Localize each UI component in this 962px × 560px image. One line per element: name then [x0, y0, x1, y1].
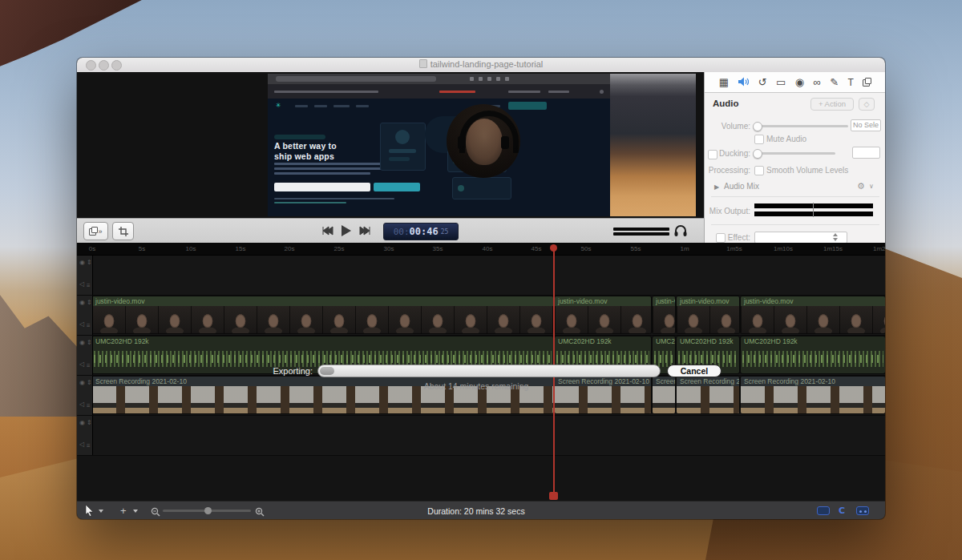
clip-label: Screen Recording 2021-02-10	[741, 377, 885, 386]
track-header-2[interactable]: ◉⇕◁≡	[77, 296, 93, 335]
speaker-icon[interactable]: ◁	[79, 361, 84, 368]
track-header-1[interactable]: ◉⇕◁≡	[77, 256, 93, 295]
ducking-field[interactable]	[852, 147, 880, 159]
track-updown-icon[interactable]: ⇕	[87, 300, 92, 306]
ruler-tick: 25s	[334, 245, 345, 252]
screen-capture-frame: ✳ A better way to ship web apps	[268, 74, 696, 216]
browser-icon	[496, 77, 500, 81]
ducking-slider-thumb[interactable]	[753, 149, 762, 159]
video-preview-canvas[interactable]: ✳ A better way to ship web apps	[77, 72, 704, 218]
video-clip[interactable]: justin-video.mov	[92, 296, 553, 333]
track-updown-icon[interactable]: ⇕	[87, 340, 92, 346]
video-clip[interactable]: justin-video.mov	[677, 296, 739, 333]
headphones-icon[interactable]	[673, 224, 688, 240]
zoom-out-button[interactable]	[151, 506, 160, 519]
clip-label: justin-video.mov	[92, 296, 553, 306]
screen-recording-clip[interactable]: Screen Recording 2021-02-10	[741, 377, 885, 413]
inspector-tab-bar: ▦ ↺ ▭ ◉ ∞ ✎ T	[705, 72, 885, 93]
track-updown-icon[interactable]: ⇕	[87, 380, 92, 386]
audio-clip[interactable]: UMC202HD 192k	[741, 336, 885, 373]
pointer-tool-button[interactable]	[85, 505, 94, 519]
screen-recording-clip[interactable]: Screen Recording 2021-02-10	[653, 377, 675, 413]
zoom-in-button[interactable]	[255, 506, 265, 519]
next-icon	[358, 225, 371, 236]
ruler-tick: 1m5s	[726, 245, 742, 252]
track-options-icon[interactable]: ≡	[87, 283, 91, 289]
play-button[interactable]	[341, 224, 352, 240]
timeline-ruler[interactable]: 0s 5s 10s 15s 20s 25s 30s 35s 40s 45s 50…	[77, 243, 885, 256]
video-clip[interactable]: justin-video.mov	[555, 296, 651, 333]
screen-recording-tab-icon[interactable]: ▭	[776, 77, 786, 87]
track-options-icon[interactable]: ≡	[87, 403, 91, 409]
timecode-display[interactable]: 00: 00:46 25	[383, 223, 459, 240]
video-motion-tab-icon[interactable]: ↺	[758, 77, 767, 87]
track-options-icon[interactable]: ≡	[87, 443, 91, 449]
track-options-icon[interactable]: ≡	[87, 323, 91, 329]
document-proxy-icon	[419, 59, 427, 68]
video-clip[interactable]: justin-video.mov	[741, 296, 885, 333]
eye-icon[interactable]: ◉	[79, 340, 85, 346]
pointer-tool-chevron-icon[interactable]	[99, 510, 103, 513]
audio-mix-disclosure-icon[interactable]: ▶	[714, 183, 719, 191]
volume-slider[interactable]	[754, 125, 848, 127]
gear-icon[interactable]: ⚙	[857, 181, 865, 191]
track-header-5[interactable]: ◉⇕◁≡	[77, 416, 93, 455]
text-tab-icon[interactable]: T	[847, 78, 853, 87]
page-banner	[268, 84, 610, 99]
track-updown-icon[interactable]: ⇕	[87, 420, 92, 426]
track-header-3[interactable]: ◉⇕◁≡	[77, 336, 93, 375]
video-tab-icon[interactable]: ▦	[719, 77, 729, 87]
timeline: 0s 5s 10s 15s 20s 25s 30s 35s 40s 45s 50…	[77, 243, 885, 501]
clip-label: justin-video.mov	[555, 296, 651, 306]
clip-tab-icon[interactable]	[863, 78, 871, 87]
cancel-button[interactable]: Cancel	[667, 365, 722, 377]
video-clip[interactable]: justin-video.mov	[653, 296, 675, 333]
clip-label: UMC202HD 192k	[653, 336, 675, 346]
titlebar[interactable]: tailwind-landing-page-tutorial	[77, 58, 885, 73]
timeline-zoom-thumb[interactable]	[204, 507, 212, 514]
speaker-icon[interactable]: ◁	[79, 441, 84, 448]
eye-icon[interactable]: ◉	[79, 260, 85, 266]
browser-chrome	[268, 74, 610, 84]
dots-badge-icon[interactable]	[856, 506, 869, 515]
mute-audio-label: Mute Audio	[766, 135, 806, 143]
timeline-zoom-slider[interactable]	[163, 510, 251, 512]
annotations-tab-icon[interactable]: ✎	[830, 77, 839, 87]
track-updown-icon[interactable]: ⇕	[87, 260, 92, 266]
browser-address-bar	[276, 76, 436, 82]
go-to-start-button[interactable]	[321, 225, 334, 240]
playhead-head[interactable]	[550, 244, 557, 252]
eye-icon[interactable]: ◉	[79, 420, 85, 426]
export-time-remaining: About 14 minutes remaining	[356, 381, 596, 391]
chevron-down-icon[interactable]: ∨	[869, 183, 874, 190]
mute-audio-checkbox[interactable]	[754, 135, 764, 144]
add-tool-chevron-icon[interactable]	[133, 510, 138, 513]
app-window: tailwind-landing-page-tutorial ✳	[77, 58, 885, 519]
illustration-server	[452, 177, 511, 199]
ducking-slider[interactable]	[754, 152, 835, 155]
audio-tab-icon[interactable]	[738, 77, 749, 88]
add-tool-button[interactable]: +	[120, 505, 127, 517]
volume-slider-thumb[interactable]	[753, 122, 762, 131]
speaker-icon[interactable]: ◁	[79, 401, 84, 408]
speaker-icon[interactable]: ◁	[79, 281, 84, 288]
snapback-button[interactable]: »	[83, 222, 108, 240]
export-progress-bar	[317, 365, 661, 377]
eye-icon[interactable]: ◉	[79, 300, 85, 306]
c-shape-icon[interactable]: C	[839, 506, 845, 516]
crop-button[interactable]	[112, 222, 134, 240]
touch-callout-tab-icon[interactable]: ∞	[813, 77, 820, 87]
track-header-4[interactable]: ◉⇕◁≡	[77, 376, 93, 415]
go-to-end-button[interactable]	[358, 225, 371, 240]
track-options-icon[interactable]: ≡	[87, 363, 91, 369]
action-button[interactable]: + Action	[810, 98, 854, 111]
volume-field[interactable]: No Sele	[851, 119, 881, 131]
speaker-icon[interactable]: ◁	[79, 321, 84, 328]
captions-badge-icon[interactable]	[817, 506, 830, 515]
screen-recording-clip[interactable]: Screen Recording 2021-02-10	[677, 377, 739, 413]
playhead-handle[interactable]	[549, 492, 558, 500]
filters-button[interactable]: ◇	[859, 98, 875, 111]
smooth-volume-checkbox[interactable]	[754, 166, 764, 175]
eye-icon[interactable]: ◉	[79, 380, 85, 386]
callout-tab-icon[interactable]: ◉	[795, 77, 804, 87]
